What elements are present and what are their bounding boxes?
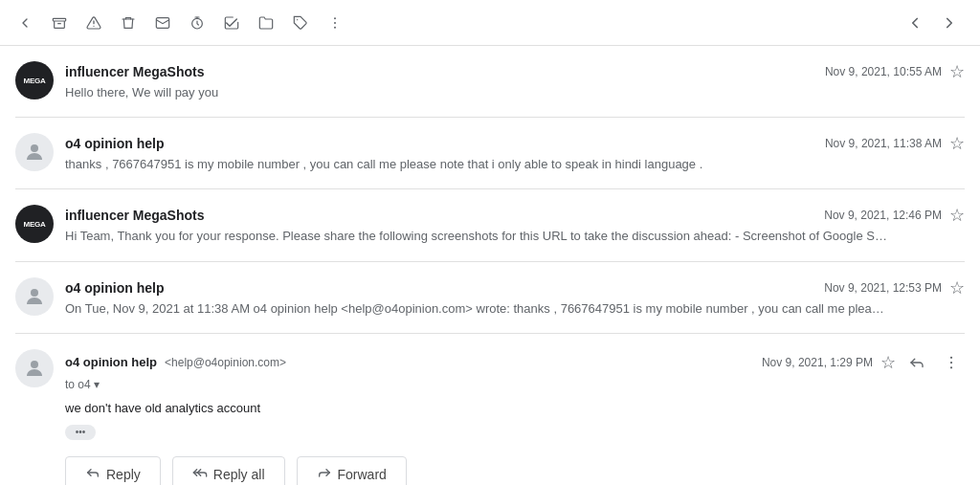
svg-point-6 [334, 26, 336, 28]
reply-all-button[interactable]: Reply all [172, 456, 285, 485]
mark-unread-icon[interactable] [153, 13, 172, 33]
email-preview: Hi Team, Thank you for your response. Pl… [65, 228, 888, 245]
star-icon[interactable]: ☆ [949, 61, 965, 82]
move-icon[interactable] [256, 13, 276, 33]
email-timestamp: Nov 9, 2021, 10:55 AM [825, 65, 942, 78]
forward-button[interactable]: Forward [297, 456, 407, 485]
thread-container: MEGA influencer MegaShots Nov 9, 2021, 1… [0, 46, 980, 485]
avatar [15, 277, 54, 316]
forward-icon [317, 465, 332, 484]
email-from: o4 opinion help [65, 136, 164, 151]
star-icon[interactable]: ☆ [949, 277, 965, 298]
nav-next-button[interactable] [934, 8, 965, 38]
email-time-row: Nov 9, 2021, 12:53 PM ☆ [824, 277, 965, 298]
star-icon[interactable]: ☆ [949, 133, 965, 154]
reply-button[interactable]: Reply [65, 456, 161, 485]
email-time-row: Nov 9, 2021, 10:55 AM ☆ [825, 61, 965, 82]
expand-dots-button[interactable]: ••• [65, 425, 96, 440]
email-item-expanded: o4 opinion help <help@o4opinion.com> Nov… [15, 334, 965, 485]
back-button[interactable] [15, 13, 34, 33]
email-timestamp: Nov 9, 2021, 11:38 AM [825, 137, 942, 150]
svg-point-4 [334, 17, 336, 19]
reply-all-icon [192, 465, 208, 484]
email-timestamp: Nov 9, 2021, 12:53 PM [824, 281, 942, 295]
email-time-row: Nov 9, 2021, 11:38 AM ☆ [825, 133, 965, 154]
email-time-row: Nov 9, 2021, 1:29 PM ☆ [762, 349, 965, 376]
email-timestamp: Nov 9, 2021, 12:46 PM [824, 209, 942, 222]
nav-prev-button[interactable] [900, 8, 930, 38]
email-item: o4 opinion help Nov 9, 2021, 11:38 AM ☆ … [15, 118, 965, 189]
star-icon[interactable]: ☆ [880, 352, 896, 373]
svg-point-12 [950, 366, 952, 368]
expand-recipients-icon[interactable]: ▾ [94, 378, 100, 391]
svg-rect-0 [53, 18, 65, 21]
avatar: MEGA [15, 61, 54, 99]
email-from: o4 opinion help [65, 280, 164, 296]
email-preview: Hello there, We will pay you [65, 84, 888, 101]
pagination-nav [900, 8, 965, 38]
email-timestamp: Nov 9, 2021, 1:29 PM [762, 356, 873, 369]
svg-point-9 [31, 361, 38, 368]
label-icon[interactable] [291, 13, 310, 33]
email-from-address: <help@o4opinion.com> [165, 356, 286, 369]
more-options-icon[interactable] [938, 349, 965, 376]
email-meta: influencer MegaShots Nov 9, 2021, 10:55 … [65, 61, 965, 101]
reply-buttons: Reply Reply all Forward [15, 441, 965, 485]
email-meta: o4 opinion help <help@o4opinion.com> Nov… [65, 349, 965, 391]
spam-icon[interactable] [84, 13, 103, 33]
delete-icon[interactable] [119, 13, 138, 33]
email-preview: thanks , 7667647951 is my mobile number … [65, 156, 888, 173]
reply-all-button-label: Reply all [213, 467, 265, 482]
email-body: we don't have old analytics account ••• [15, 399, 965, 441]
email-time-row: Nov 9, 2021, 12:46 PM ☆ [824, 205, 965, 226]
more-options-icon[interactable] [325, 13, 345, 33]
reply-button-label: Reply [106, 467, 141, 482]
email-meta: influencer MegaShots Nov 9, 2021, 12:46 … [65, 205, 965, 245]
snooze-icon[interactable] [188, 13, 207, 33]
no-entry-icon[interactable] [50, 13, 69, 33]
email-from: o4 opinion help [65, 355, 157, 369]
email-item: o4 opinion help Nov 9, 2021, 12:53 PM ☆ … [15, 262, 965, 334]
forward-button-label: Forward [338, 467, 387, 482]
mark-done-icon[interactable] [222, 13, 241, 33]
svg-point-11 [950, 362, 952, 364]
email-from: influencer MegaShots [65, 64, 204, 79]
svg-point-7 [31, 144, 38, 152]
reply-icon[interactable] [903, 349, 930, 376]
email-from: influencer MegaShots [65, 208, 204, 223]
avatar: MEGA [15, 205, 54, 243]
email-to: to o4 ▾ [65, 378, 965, 391]
email-preview: On Tue, Nov 9, 2021 at 11:38 AM o4 opini… [65, 300, 888, 318]
star-icon[interactable]: ☆ [949, 205, 965, 226]
email-meta: o4 opinion help Nov 9, 2021, 12:53 PM ☆ … [65, 277, 965, 318]
toolbar [0, 0, 980, 46]
email-item: MEGA influencer MegaShots Nov 9, 2021, 1… [15, 46, 965, 118]
reply-icon [85, 465, 100, 484]
email-item: MEGA influencer MegaShots Nov 9, 2021, 1… [15, 189, 965, 261]
svg-point-5 [334, 22, 336, 24]
email-meta: o4 opinion help Nov 9, 2021, 11:38 AM ☆ … [65, 133, 965, 173]
svg-point-10 [950, 356, 952, 358]
avatar [15, 349, 54, 387]
avatar [15, 133, 54, 171]
svg-point-8 [31, 289, 38, 297]
